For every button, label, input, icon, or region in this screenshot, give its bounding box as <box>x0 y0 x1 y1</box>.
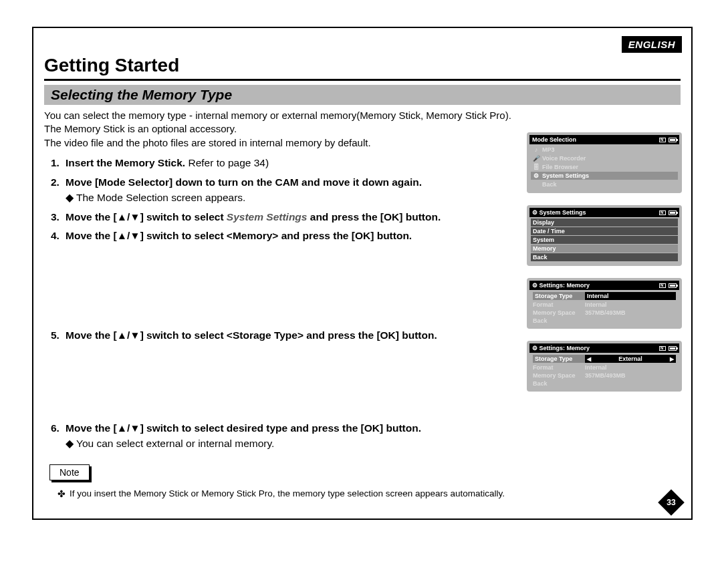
step-4: 4. Move the [▲/▼] switch to select <Memo… <box>51 229 532 323</box>
item-label: Date / Time <box>533 228 565 235</box>
step-ref: Refer to page 34) <box>185 157 269 168</box>
page-number-badge: 33 <box>662 493 681 512</box>
arrow-keys-icon: ▲/▼ <box>117 210 140 225</box>
item-label: File Browser <box>542 164 578 170</box>
setting-key: Storage Type <box>533 355 585 363</box>
screen-kv-list: Storage TypeInternalFormatInternalMemory… <box>529 290 679 325</box>
t: ] switch to select <box>140 211 227 223</box>
setting-key: Back <box>533 317 585 324</box>
item-icon: 🗄 <box>533 164 539 170</box>
gear-icon: ⚙ <box>532 209 537 216</box>
setting-value: Internal <box>585 364 676 371</box>
t: ] switch to select <Memory> and press th… <box>140 230 412 241</box>
setting-key: Back <box>533 380 585 387</box>
item-label: Voice Recorder <box>542 155 586 162</box>
note-label: Note <box>49 464 90 480</box>
step-text: Insert the Memory Stick. <box>66 157 185 168</box>
step-5: 5. Move the [▲/▼] switch to select <Stor… <box>51 329 532 416</box>
setting-key: Memory Space <box>533 309 585 316</box>
t: ] switch to select desired type and pres… <box>140 422 421 434</box>
menu-item: ♪MP3 <box>531 146 678 154</box>
screen-column: 3 Mode Selection ♪MP3🎤Voice Recorder🗄Fil… <box>527 132 682 404</box>
menu-item: ⚙System Settings <box>531 172 678 180</box>
screen-title-bar: Mode Selection <box>529 135 679 144</box>
t: ] switch to select <Storage Type> and pr… <box>140 329 437 341</box>
setting-key: Format <box>533 301 585 308</box>
item-label: MP3 <box>542 146 555 153</box>
settings-row: Back <box>531 380 678 388</box>
battery-icon <box>669 210 677 215</box>
t: and press the [OK] button. <box>307 211 441 223</box>
intro-line: You can select the memory type - interna… <box>44 110 511 121</box>
screen-title-bar: ⚙ Settings: Memory <box>529 281 679 290</box>
t: Move the [ <box>66 422 117 434</box>
note-item: If you insert the Memory Stick or Memory… <box>60 488 681 498</box>
settings-row: Back <box>531 317 678 325</box>
intro-text: You can select the memory type - interna… <box>44 109 525 150</box>
right-arrow-icon: ▶ <box>670 356 674 362</box>
screen-title-bar: ⚙ Settings: Memory <box>529 343 679 353</box>
setting-value: 357MB/493MB <box>585 309 676 316</box>
battery-icon <box>669 283 677 288</box>
menu-item: Memory <box>531 245 678 253</box>
settings-row: Memory Space357MB/493MB <box>531 309 678 317</box>
item-label: System <box>533 237 554 243</box>
item-label: System Settings <box>542 172 589 179</box>
settings-row: FormatInternal <box>531 301 678 309</box>
menu-item: 🗄File Browser <box>531 163 678 171</box>
screen-menu-list: ♪MP3🎤Voice Recorder🗄File Browser⚙System … <box>529 144 679 188</box>
item-label: Back <box>542 181 557 188</box>
intro-line: The video file and the photo files are s… <box>44 137 371 148</box>
intro-line: The Memory Stick is an optional accessor… <box>44 123 237 134</box>
t: Move the [ <box>66 211 117 223</box>
menu-item: 🎤Voice Recorder <box>531 154 678 162</box>
t: Move the [ <box>66 230 117 241</box>
settings-row: FormatInternal <box>531 363 678 372</box>
card-icon <box>659 210 666 215</box>
card-icon <box>659 283 666 288</box>
card-icon <box>659 138 666 142</box>
status-icons <box>659 346 677 351</box>
screen-4: 4 ⚙ System Settings DisplayDate / TimeSy… <box>527 205 682 266</box>
gear-icon: ⚙ <box>532 282 537 289</box>
sub-text: The Mode Selection screen appears. <box>66 191 532 205</box>
menu-item: Display <box>531 218 678 227</box>
sub-text: You can select external or internal memo… <box>66 437 532 451</box>
setting-value: ◀External▶ <box>585 355 676 363</box>
screen-6: 6 ⚙ Settings: Memory Storage Type◀Extern… <box>527 341 682 392</box>
screen-3: 3 Mode Selection ♪MP3🎤Voice Recorder🗄Fil… <box>527 132 682 193</box>
setting-key: Storage Type <box>533 292 585 300</box>
arrow-keys-icon: ▲/▼ <box>117 422 140 436</box>
battery-icon <box>669 138 677 142</box>
page-number: 33 <box>662 493 681 512</box>
section-title: Selecting the Memory Type <box>44 85 681 105</box>
left-arrow-icon: ◀ <box>587 356 591 362</box>
screen-title: Settings: Memory <box>539 345 590 351</box>
screen-5: 5 ⚙ Settings: Memory Storage TypeInterna… <box>527 278 682 329</box>
setting-key: Memory Space <box>533 372 585 379</box>
status-icons <box>659 210 677 215</box>
gear-icon: ⚙ <box>532 345 537 351</box>
chapter-title: Getting Started <box>44 55 681 81</box>
item-icon: ⚙ <box>533 172 539 179</box>
manual-page: ENGLISH Getting Started Selecting the Me… <box>32 27 693 520</box>
step-6: 6. Move the [▲/▼] switch to select desir… <box>51 422 532 451</box>
step-2: 2. Move [Mode Selector] down to turn on … <box>51 176 532 205</box>
screen-kv-list: Storage Type◀External▶FormatInternalMemo… <box>529 353 679 388</box>
language-badge: ENGLISH <box>622 36 682 53</box>
screen-menu-list: DisplayDate / TimeSystemMemoryBack <box>529 217 679 261</box>
item-label: Display <box>533 219 554 226</box>
arrow-keys-icon: ▲/▼ <box>117 229 140 243</box>
step-3: 3. Move the [▲/▼] switch to select Syste… <box>51 210 532 225</box>
step-text: Move [Mode Selector] down to turn on the… <box>66 176 422 188</box>
setting-value: Internal <box>585 301 676 308</box>
item-icon: 🎤 <box>533 155 539 162</box>
battery-icon <box>669 346 677 351</box>
item-icon: ♪ <box>533 146 539 153</box>
item-label: Memory <box>533 245 556 252</box>
screen-title: System Settings <box>539 209 586 216</box>
screen-title-bar: ⚙ System Settings <box>529 208 679 217</box>
setting-value: 357MB/493MB <box>585 372 676 379</box>
menu-item: Back <box>531 180 678 188</box>
step-1: 1. Insert the Memory Stick. Refer to pag… <box>51 156 532 170</box>
